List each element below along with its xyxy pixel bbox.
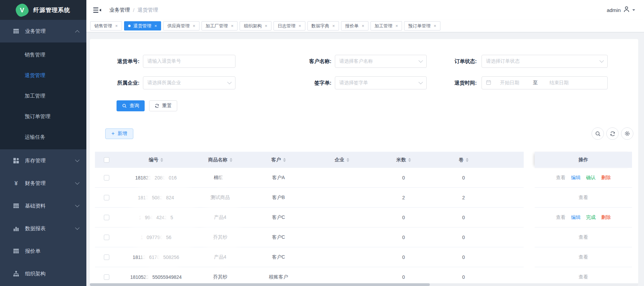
table-body: 1818232080016棉缎客户A00查看编辑确认删除18175082824测… bbox=[95, 168, 632, 286]
view-action-link[interactable]: 查看 bbox=[579, 254, 588, 260]
reset-button[interactable]: 重置 bbox=[149, 100, 177, 111]
customer-cell: 核账客户 bbox=[247, 274, 310, 280]
app-title: 纤源管理系统 bbox=[33, 6, 70, 14]
settings-button[interactable] bbox=[621, 127, 633, 140]
column-header: 企业 bbox=[310, 157, 374, 163]
return-time-daterange[interactable]: 开始日期至结束日期 bbox=[482, 76, 608, 89]
horizontal-scrollbar[interactable] bbox=[90, 283, 638, 286]
view-action-link[interactable]: 查看 bbox=[579, 195, 588, 201]
tab-process[interactable]: 加工管理× bbox=[370, 21, 402, 30]
refresh-icon bbox=[155, 103, 159, 108]
tab-supplier[interactable]: 供应商管理× bbox=[163, 21, 199, 30]
chevron-down-icon bbox=[75, 203, 80, 207]
field-label: 所属企业: bbox=[101, 80, 139, 86]
sidebar-item-basic-data[interactable]: 基础资料 bbox=[0, 195, 86, 217]
company-select[interactable]: 请选择所属企业 bbox=[143, 76, 235, 89]
product-name-text: 测试商品 bbox=[211, 195, 230, 201]
sort-icon[interactable] bbox=[160, 158, 163, 162]
main-area: 业务管理 / 退货管理 admin 销售管理×退货管理×供应商管理×加工厂管理×… bbox=[86, 0, 644, 286]
add-button[interactable]: + 新增 bbox=[105, 128, 133, 139]
sort-desc-icon bbox=[408, 160, 411, 162]
app-root: V 纤源管理系统 业务管理销售管理退货管理加工管理预订单管理运输任务库存管理¥财… bbox=[0, 0, 644, 286]
order-status-select[interactable]: 请选择订单状态 bbox=[482, 55, 608, 68]
sidebar-item-reports[interactable]: 数据报表 bbox=[0, 217, 86, 240]
tab-preorder[interactable]: 预订单管理× bbox=[404, 21, 440, 30]
confirm-action-link[interactable]: 确认 bbox=[586, 175, 596, 181]
close-icon[interactable]: × bbox=[362, 24, 364, 28]
order-id-text: 097796 bbox=[147, 235, 163, 240]
select-all-checkbox[interactable] bbox=[104, 157, 109, 163]
row-checkbox-cell bbox=[95, 274, 118, 280]
app-logo-icon: V bbox=[15, 3, 29, 17]
tab-logs[interactable]: 日志管理× bbox=[274, 21, 305, 30]
search-button[interactable] bbox=[592, 127, 604, 140]
close-icon[interactable]: × bbox=[332, 24, 335, 28]
sort-icon[interactable] bbox=[230, 158, 232, 162]
tab-org[interactable]: 组织架构× bbox=[240, 21, 271, 30]
actions-cell: 查看编辑确认删除 bbox=[535, 168, 632, 188]
close-icon[interactable]: × bbox=[115, 24, 118, 28]
view-action-link[interactable]: 查看 bbox=[556, 175, 566, 181]
sort-desc-icon bbox=[347, 160, 349, 162]
delete-action-link[interactable]: 删除 bbox=[601, 175, 611, 181]
sidebar-item-inventory[interactable]: 库存管理 bbox=[0, 149, 86, 172]
sidebar-subitem[interactable]: 运输任务 bbox=[0, 127, 86, 147]
breadcrumb-root[interactable]: 业务管理 bbox=[109, 7, 130, 13]
close-icon[interactable]: × bbox=[434, 24, 436, 28]
sidebar-item-business[interactable]: 业务管理 bbox=[0, 20, 86, 42]
close-icon[interactable]: × bbox=[396, 24, 398, 28]
delete-action-link[interactable]: 删除 bbox=[601, 214, 611, 221]
filter-field-sign-sheet: 签字单:请选择签字单 bbox=[304, 76, 427, 89]
row-checkbox[interactable] bbox=[104, 175, 109, 181]
sidebar-collapse-icon[interactable] bbox=[90, 5, 104, 15]
close-icon[interactable]: × bbox=[299, 24, 301, 28]
sort-icon[interactable] bbox=[408, 158, 411, 162]
close-icon[interactable]: × bbox=[265, 24, 267, 28]
close-icon[interactable]: × bbox=[231, 24, 234, 28]
redaction-smudge bbox=[222, 175, 229, 180]
edit-action-link[interactable]: 编辑 bbox=[571, 175, 581, 181]
row-checkbox[interactable] bbox=[104, 195, 109, 200]
tab-dict[interactable]: 数据字典× bbox=[307, 21, 339, 30]
sidebar: V 纤源管理系统 业务管理销售管理退货管理加工管理预订单管理运输任务库存管理¥财… bbox=[0, 0, 86, 286]
row-checkbox[interactable] bbox=[104, 235, 109, 240]
order-id-text: 5 bbox=[170, 215, 173, 220]
sort-icon[interactable] bbox=[347, 158, 349, 162]
sign-sheet-select[interactable]: 请选择签字单 bbox=[335, 76, 427, 89]
sidebar-item-finance[interactable]: ¥财务管理 bbox=[0, 172, 86, 195]
row-checkbox[interactable] bbox=[104, 215, 109, 220]
close-icon[interactable]: × bbox=[155, 24, 157, 28]
sidebar-subitem[interactable]: 退货管理 bbox=[0, 65, 86, 86]
order-id-text: 1810523 bbox=[130, 274, 149, 280]
scrollbar-thumb[interactable] bbox=[90, 283, 430, 286]
table-row: 1818232080016棉缎客户A00查看编辑确认删除 bbox=[95, 168, 632, 188]
search-button[interactable]: 查询 bbox=[117, 100, 145, 111]
view-action-link[interactable]: 查看 bbox=[579, 234, 588, 240]
close-icon[interactable]: × bbox=[193, 24, 195, 28]
tab-returns[interactable]: 退货管理× bbox=[124, 21, 161, 30]
view-action-link[interactable]: 查看 bbox=[579, 274, 588, 280]
tab-factory[interactable]: 加工厂管理× bbox=[202, 21, 238, 30]
return-no-input[interactable]: 请输入退货单号 bbox=[143, 55, 235, 68]
confirm-action-link[interactable]: 完成 bbox=[586, 214, 596, 221]
sidebar-subitem[interactable]: 预订单管理 bbox=[0, 106, 86, 127]
product-name-cell: 棉缎 bbox=[194, 175, 247, 181]
rolls-cell: 0 bbox=[434, 235, 494, 240]
sort-icon[interactable] bbox=[283, 158, 286, 162]
field-label: 退货时间: bbox=[447, 80, 477, 86]
sort-asc-icon bbox=[230, 158, 232, 160]
tab-quote[interactable]: 报价单× bbox=[341, 21, 368, 30]
refresh-button[interactable] bbox=[606, 127, 619, 140]
sidebar-subitem[interactable]: 销售管理 bbox=[0, 45, 86, 65]
sort-icon[interactable] bbox=[466, 158, 469, 162]
view-action-link[interactable]: 查看 bbox=[556, 214, 566, 221]
sidebar-item-org[interactable]: 组织架构 bbox=[0, 262, 86, 285]
tab-sales[interactable]: 销售管理× bbox=[90, 21, 122, 30]
sidebar-item-quotation[interactable]: 报价单 bbox=[0, 240, 86, 262]
row-checkbox[interactable] bbox=[104, 274, 109, 280]
customer-name-select[interactable]: 请选择客户名称 bbox=[335, 55, 427, 68]
row-checkbox[interactable] bbox=[104, 254, 109, 260]
edit-action-link[interactable]: 编辑 bbox=[571, 214, 581, 221]
sidebar-subitem[interactable]: 加工管理 bbox=[0, 86, 86, 106]
user-menu[interactable]: admin bbox=[607, 6, 635, 14]
